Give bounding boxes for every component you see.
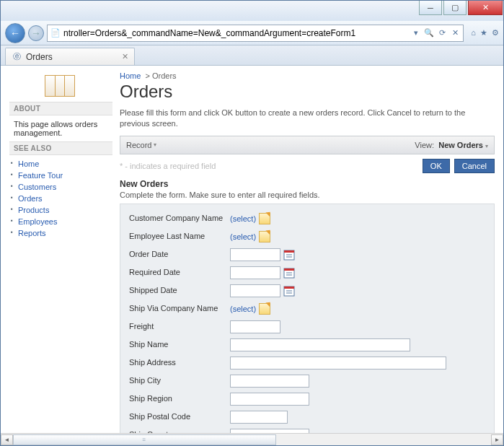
scroll-thumb[interactable]: ≡: [13, 434, 276, 445]
label-employee: Employee Last Name: [129, 232, 230, 241]
label-ship-via: Ship Via Company Name: [129, 304, 230, 313]
employee-select[interactable]: (select): [230, 232, 256, 241]
about-header: ABOUT: [9, 102, 112, 115]
horizontal-scrollbar[interactable]: ◄ ≡ ►: [1, 433, 503, 445]
svg-rect-9: [284, 287, 294, 289]
form-subtitle: Complete the form. Make sure to enter al…: [120, 191, 495, 199]
label-customer: Customer Company Name: [129, 214, 230, 223]
ok-button[interactable]: OK: [423, 159, 450, 173]
scroll-right-button[interactable]: ►: [491, 434, 503, 445]
search-icon[interactable]: 🔍: [424, 28, 434, 38]
nav-employees[interactable]: Employees: [18, 217, 57, 226]
required-hint: * - indicates a required field: [120, 162, 418, 170]
browser-navbar: ← → 📄 ▾ 🔍 ⟳ ✕ ⌂ ★ ⚙: [1, 21, 503, 45]
ship-postal-input[interactable]: [230, 411, 288, 424]
label-ship-region: Ship Region: [129, 394, 230, 403]
page-title: Orders: [120, 82, 495, 102]
tab-close-icon[interactable]: ✕: [122, 52, 128, 61]
required-date-input[interactable]: [230, 266, 280, 279]
page-viewport: ABOUT This page allows orders management…: [1, 66, 503, 445]
label-ship-city: Ship City: [129, 376, 230, 385]
about-text: This page allows orders management.: [9, 115, 112, 141]
chevron-down-icon: ▾: [485, 143, 488, 149]
label-ship-postal: Ship Postal Code: [129, 412, 230, 421]
scroll-left-button[interactable]: ◄: [1, 434, 13, 445]
tab-bar: ⓔ Orders ✕: [1, 45, 503, 66]
home-icon[interactable]: ⌂: [471, 28, 476, 38]
favorites-icon[interactable]: ★: [480, 28, 487, 38]
browser-tab[interactable]: ⓔ Orders ✕: [5, 48, 135, 65]
page-icon: 📄: [50, 28, 61, 38]
window-titlebar: ─ ▢ ✕: [1, 1, 503, 21]
lookup-icon[interactable]: [259, 213, 270, 224]
shipped-date-input[interactable]: [230, 284, 280, 297]
ie-icon: ⓔ: [12, 52, 22, 62]
app-logo: [9, 70, 110, 102]
tools-icon[interactable]: ⚙: [492, 28, 499, 38]
label-freight: Freight: [129, 322, 230, 331]
nav-reports[interactable]: Reports: [18, 229, 46, 237]
dropdown-icon[interactable]: ▾: [411, 28, 421, 38]
customer-select[interactable]: (select): [230, 214, 256, 223]
chevron-down-icon: ▾: [154, 141, 156, 148]
calendar-icon[interactable]: [283, 249, 295, 261]
calendar-icon[interactable]: [283, 285, 295, 297]
shipvia-select[interactable]: (select): [230, 305, 256, 313]
order-date-input[interactable]: [230, 248, 280, 261]
ship-address-input[interactable]: [230, 357, 446, 370]
label-required-date: Required Date: [129, 268, 230, 277]
svg-rect-5: [284, 268, 294, 271]
address-bar[interactable]: 📄 ▾ 🔍 ⟳ ✕: [47, 25, 464, 42]
view-selector[interactable]: View: New Orders ▾: [415, 141, 488, 149]
lookup-icon[interactable]: [259, 231, 270, 242]
breadcrumb: Home > Orders: [120, 70, 495, 82]
seealso-header: SEE ALSO: [9, 141, 112, 155]
ship-region-input[interactable]: [230, 393, 309, 406]
form-title: New Orders: [120, 179, 495, 189]
forward-button[interactable]: →: [28, 25, 44, 41]
svg-rect-1: [284, 250, 294, 253]
close-button[interactable]: ✕: [468, 1, 503, 15]
cancel-button[interactable]: Cancel: [454, 159, 495, 173]
url-input[interactable]: [63, 28, 408, 38]
ship-city-input[interactable]: [230, 375, 309, 388]
tab-title: Orders: [26, 52, 53, 62]
minimize-button[interactable]: ─: [419, 1, 442, 15]
label-order-date: Order Date: [129, 250, 230, 259]
refresh-icon[interactable]: ⟳: [437, 28, 447, 38]
record-menu[interactable]: Record▾: [126, 141, 156, 149]
page-description: Please fill this form and click OK butto…: [120, 108, 495, 130]
breadcrumb-home[interactable]: Home: [120, 71, 141, 80]
nav-products[interactable]: Products: [18, 206, 49, 214]
nav-home[interactable]: Home: [18, 159, 39, 168]
ship-name-input[interactable]: [230, 338, 410, 351]
stop-icon[interactable]: ✕: [450, 28, 460, 38]
nav-orders[interactable]: Orders: [18, 194, 43, 203]
maximize-button[interactable]: ▢: [443, 1, 467, 15]
label-shipped-date: Shipped Date: [129, 286, 230, 295]
label-ship-address: Ship Address: [129, 358, 230, 367]
label-ship-name: Ship Name: [129, 340, 230, 349]
calendar-icon[interactable]: [283, 267, 295, 279]
form-panel: Customer Company Name (select) Employee …: [120, 204, 495, 445]
freight-input[interactable]: [230, 320, 280, 333]
breadcrumb-current: Orders: [152, 71, 177, 80]
nav-feature-tour[interactable]: Feature Tour: [18, 171, 63, 180]
lookup-icon[interactable]: [259, 303, 270, 315]
back-button[interactable]: ←: [5, 23, 25, 43]
nav-customers[interactable]: Customers: [18, 183, 56, 191]
seealso-list: Home Feature Tour Customers Orders Produ…: [9, 155, 112, 242]
view-toolbar: Record▾ View: New Orders ▾: [120, 136, 495, 154]
